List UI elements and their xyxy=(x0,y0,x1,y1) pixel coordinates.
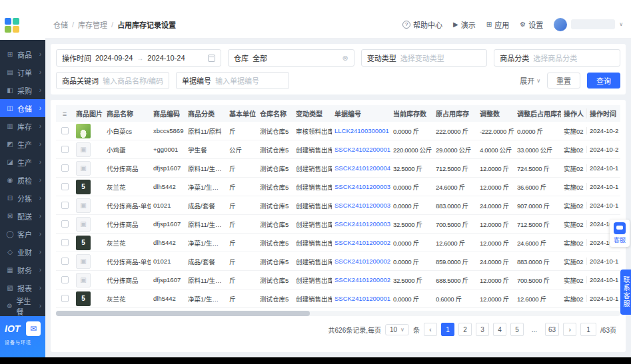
table-row[interactable]: ▣代分拣商品-单位换算01021成品/套餐斤测试仓库5创建销售出库SSCK241… xyxy=(56,252,620,271)
row-checkbox[interactable] xyxy=(61,164,69,172)
document-link[interactable]: SSCK24101200002 xyxy=(334,276,390,283)
product-image: ▣ xyxy=(76,161,91,176)
table-row[interactable]: 5灰兰花dlh5442净菜1/生鲜shu菜类...斤测试仓库5创建销售出库SSC… xyxy=(56,289,620,308)
cell-adjust: 24.0000 斤 xyxy=(477,201,514,210)
cell-current: 32.5000 斤 xyxy=(390,275,433,285)
help-button[interactable]: ? 帮助中心 xyxy=(402,19,442,30)
document-link[interactable]: SSCK24101200004 xyxy=(334,164,390,172)
warehouse-select[interactable]: 仓库 全部 ⊗ xyxy=(228,49,354,67)
row-checkbox[interactable] xyxy=(61,220,69,228)
total-records-text: 共626条记录,每页 xyxy=(328,325,381,335)
next-page-button[interactable]: › xyxy=(563,323,576,336)
app-logo[interactable] xyxy=(0,11,45,40)
page-button-4[interactable]: 4 xyxy=(493,323,506,336)
document-link[interactable]: LLCK24100300001 xyxy=(334,127,389,134)
customer-service-float[interactable]: 客服 xyxy=(610,220,630,247)
sidebar-item-delivery[interactable]: ⊠ 配送 › xyxy=(0,207,45,225)
sidebar-item-production[interactable]: ◩ 生产 › xyxy=(0,135,45,153)
sidebar-item-meal[interactable]: ⊚ 学生餐 › xyxy=(0,297,45,315)
column-settings-icon[interactable]: ≡ xyxy=(56,110,73,118)
row-checkbox[interactable] xyxy=(61,127,69,134)
search-button[interactable]: 查询 xyxy=(587,73,620,89)
filter-panel: 操作时间 2024-09-24 → 2024-10-24 仓库 全部 ⊗ xyxy=(51,44,626,94)
table-row[interactable]: ▣代分拣商品-单位换算01021成品/套餐斤测试仓库5创建销售出库SSCK241… xyxy=(56,196,620,215)
cell-product-image: 5 xyxy=(73,236,104,250)
horizontal-scrollbar[interactable] xyxy=(56,311,620,316)
row-checkbox[interactable] xyxy=(61,239,69,246)
sidebar-item-qc[interactable]: ◉ 质检 › xyxy=(0,171,45,189)
sidebar-item-goods[interactable]: ⊞ 商品 › xyxy=(0,45,45,63)
page-jump-input[interactable]: 1 xyxy=(580,323,596,336)
table-row[interactable]: 小白菜csxbccs5869原料11/原料斤测试仓库5审核领料出库LLCK241… xyxy=(56,122,620,140)
clear-icon[interactable]: ⊗ xyxy=(342,54,348,63)
page-button-5[interactable]: 5 xyxy=(510,323,524,336)
cell-op_time: 2024-10-1 xyxy=(586,202,620,209)
page-button-3[interactable]: 3 xyxy=(476,323,489,336)
sidebar-item-warehouse[interactable]: ◫ 仓储 › xyxy=(0,99,45,117)
page-size-select[interactable]: 10∨ xyxy=(385,324,409,335)
sidebar-item-label: 生产 xyxy=(17,157,32,168)
table-row[interactable]: ▣代分拣商品dfjsp1607原料11/生鲜类斤测试仓库5创建销售出库SSCK2… xyxy=(56,271,620,289)
document-link[interactable]: SSCK24101200001 xyxy=(334,295,390,302)
prev-page-button[interactable]: ‹ xyxy=(424,323,437,336)
document-link[interactable]: SSCK24101200003 xyxy=(334,220,390,228)
doc-no-input[interactable]: 单据编号 输入单据编号 xyxy=(176,72,289,89)
demo-button[interactable]: ▶ 演示 xyxy=(453,19,476,30)
top-bar: 仓储/库存管理/占用库存记录设置 ? 帮助中心 ▶ 演示 ⊞ 应用 ⚙ 设置 ∨ xyxy=(45,11,631,39)
document-link[interactable]: SSCK24101200003 xyxy=(334,202,390,209)
sorting-icon: ⊟ xyxy=(6,194,14,202)
expand-toggle[interactable]: 展开∨ xyxy=(520,75,540,86)
sidebar-item-customer[interactable]: ◯ 客户 › xyxy=(0,225,45,243)
user-menu[interactable]: ∨ xyxy=(554,18,623,31)
settings-button[interactable]: ⚙ 设置 xyxy=(520,19,543,30)
category-select[interactable]: 商品分类 选择商品分类 xyxy=(494,49,620,67)
row-checkbox[interactable] xyxy=(61,295,69,302)
scrollbar-thumb[interactable] xyxy=(56,311,310,316)
page-button-2[interactable]: 2 xyxy=(458,323,472,336)
contact-service-tab[interactable]: 联系客服 xyxy=(620,270,631,315)
cell-checkbox xyxy=(56,258,73,266)
row-checkbox[interactable] xyxy=(61,183,69,190)
cell-product-image: ▣ xyxy=(73,217,104,232)
document-link[interactable]: SSCK24101200002 xyxy=(334,258,390,265)
cell-warehouse: 测试仓库5 xyxy=(257,145,293,154)
row-checkbox[interactable] xyxy=(61,202,69,209)
sidebar-item-production2[interactable]: ◪ 生产 › xyxy=(0,153,45,171)
reset-button[interactable]: 重置 xyxy=(547,73,580,89)
keyword-input[interactable]: 商品关键词 输入商品名称/编码 xyxy=(56,72,169,89)
sidebar-item-reports[interactable]: ▧ 报表 › xyxy=(0,279,45,297)
table-row[interactable]: 5灰兰花dlh5442净菜1/生鲜shu菜类...斤测试仓库5创建销售出库SSC… xyxy=(56,234,620,252)
row-checkbox[interactable] xyxy=(61,146,69,153)
warehouse-icon: ◫ xyxy=(6,104,14,112)
table-row[interactable]: ▣小鸡蛋+gg0001学生餐公斤测试仓库5创建销售出库SSCK241022000… xyxy=(56,140,620,159)
page-button-63[interactable]: 63 xyxy=(545,323,559,336)
sidebar-item-orders[interactable]: ▤ 订单 › xyxy=(0,63,45,81)
sidebar-item-purchase[interactable]: ◧ 采购 › xyxy=(0,81,45,99)
date-range-picker[interactable]: 操作时间 2024-09-24 → 2024-10-24 xyxy=(56,49,221,67)
document-link[interactable]: SSCK24102200001 xyxy=(334,146,390,153)
page-button-1[interactable]: 1 xyxy=(441,323,454,336)
table-row[interactable]: ▣代分拣商品dfjsp1607原料11/生鲜类斤测试仓库5创建销售出库SSCK2… xyxy=(56,215,620,234)
cell-occupied: 859.0000 斤 xyxy=(433,257,477,266)
settings-icon: ⚙ xyxy=(520,21,526,28)
cell-occupied: 883.0000 斤 xyxy=(433,201,477,210)
table-row[interactable]: ▣代分拣商品dfjsp1607原料11/生鲜类斤测试仓库5创建销售出库SSCK2… xyxy=(56,159,620,178)
row-checkbox[interactable] xyxy=(61,258,69,265)
sidebar-item-sorting[interactable]: ⊟ 分拣 › xyxy=(0,189,45,207)
table-row[interactable]: 5灰兰花dlh5442净菜1/生鲜shu菜类...斤测试仓库5创建销售出库SSC… xyxy=(56,178,620,196)
cell-name: 小白菜cs xyxy=(104,126,151,136)
document-link[interactable]: SSCK24101200003 xyxy=(334,183,390,190)
iot-widget[interactable]: IOT ✉ 设备与环境 xyxy=(0,316,45,357)
document-link[interactable]: SSCK24101200002 xyxy=(334,239,390,246)
apps-button[interactable]: ⊞ 应用 xyxy=(486,19,509,30)
cell-after: 12.6000 斤 xyxy=(514,294,561,303)
sidebar-item-finance[interactable]: ▦ 财务 › xyxy=(0,261,45,279)
sidebar-item-bizfinance[interactable]: ◇ 业财 › xyxy=(0,243,45,261)
change-type-select[interactable]: 变动类型 选择变动类型 xyxy=(361,49,488,67)
table-scroll-area: ≡ 商品图片商品名称商品编码商品分类基本单位仓库名称变动类型单据编号当前库存数原… xyxy=(56,105,620,308)
sidebar-item-inventory[interactable]: ▥ 库存 › xyxy=(0,117,45,135)
row-checkbox[interactable] xyxy=(61,276,69,283)
breadcrumb-item[interactable]: 仓储 xyxy=(53,19,68,30)
breadcrumb-item[interactable]: 库存管理 xyxy=(78,19,107,30)
cell-code: +gg0001 xyxy=(151,146,185,153)
